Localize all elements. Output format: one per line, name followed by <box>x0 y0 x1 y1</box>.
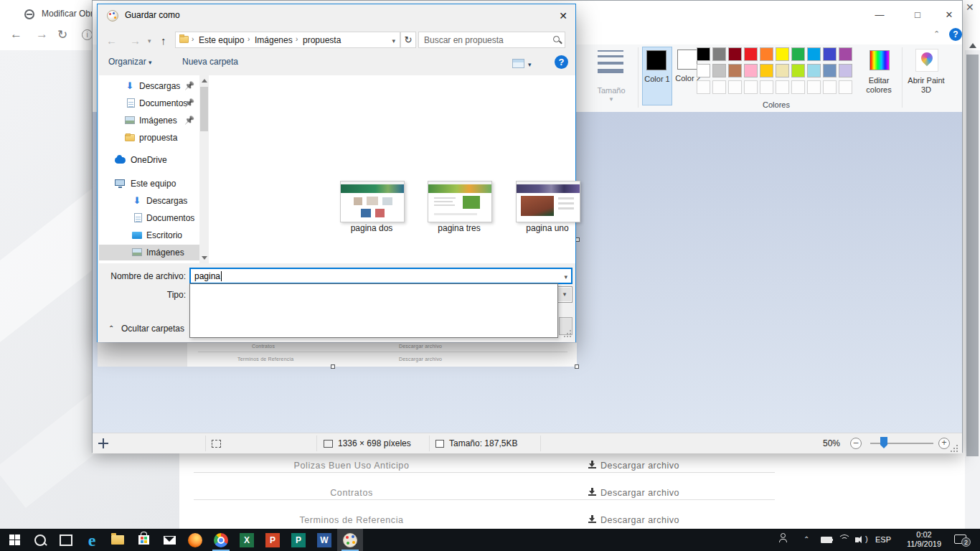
taskbar-mail[interactable] <box>156 529 182 551</box>
palette-color[interactable] <box>697 64 710 77</box>
palette-color[interactable] <box>712 47 726 61</box>
palette-color[interactable] <box>823 47 837 61</box>
dialog-close-button[interactable]: ✕ <box>554 9 573 23</box>
palette-color[interactable] <box>760 64 773 77</box>
palette-empty-slot[interactable] <box>839 80 852 94</box>
sidebar-item-escritorio[interactable]: Escritorio <box>99 227 199 243</box>
taskbar-powerpoint[interactable]: P <box>260 529 286 551</box>
scrollbar-down-icon[interactable] <box>202 256 207 260</box>
taskbar-file-explorer[interactable] <box>105 529 131 551</box>
start-button[interactable] <box>1 529 27 551</box>
maximize-button[interactable]: □ <box>907 6 928 24</box>
new-folder-button[interactable]: Nueva carpeta <box>182 57 238 67</box>
refresh-button[interactable]: ↻ <box>400 32 416 48</box>
palette-empty-slot[interactable] <box>744 80 758 94</box>
views-icon[interactable] <box>512 59 524 68</box>
filename-input[interactable]: pagina ▾ <box>189 268 573 284</box>
window-resize-grip[interactable] <box>951 445 959 452</box>
browser-forward-button[interactable]: → <box>36 27 48 42</box>
nav-scrollbar[interactable] <box>199 75 209 263</box>
sidebar-item-imagenes[interactable]: Imágenes 📌 <box>99 113 199 128</box>
sidebar-item-propuesta[interactable]: propuesta <box>99 130 199 146</box>
download-link[interactable]: Descargar archivo <box>588 515 679 525</box>
taskbar-firefox[interactable] <box>182 529 208 551</box>
breadcrumb-item[interactable]: Imágenes <box>255 35 293 45</box>
dialog-title-bar[interactable]: Guardar como ✕ <box>98 4 575 27</box>
palette-color[interactable] <box>839 64 852 77</box>
palette-empty-slot[interactable] <box>712 80 726 94</box>
taskbar-search-button[interactable] <box>27 529 53 551</box>
organize-menu[interactable]: Organizar ▾ <box>108 57 152 67</box>
forward-icon[interactable]: → <box>130 34 141 47</box>
palette-color[interactable] <box>728 47 742 61</box>
chevron-down-icon[interactable]: ▾ <box>557 288 571 301</box>
taskbar-paint[interactable] <box>337 529 363 551</box>
taskbar-store[interactable] <box>131 529 156 551</box>
address-bar[interactable]: › Este equipo › Imágenes › propuesta ▾ <box>175 32 400 48</box>
page-info-icon[interactable]: i <box>82 29 93 40</box>
up-icon[interactable]: ↑ <box>161 34 166 47</box>
chevron-down-icon[interactable]: ▾ <box>528 61 532 68</box>
browser-tab[interactable]: Modificar Obra/ <box>6 3 97 22</box>
size-button[interactable]: Tamaño ▼ <box>586 44 636 112</box>
palette-color[interactable] <box>744 47 758 61</box>
scrollbar-up-icon[interactable] <box>202 79 207 83</box>
sidebar-item-este-equipo[interactable]: Este equipo <box>99 176 199 192</box>
browser-reload-button[interactable]: ↻ <box>57 27 67 42</box>
zoom-slider-thumb[interactable] <box>880 437 887 445</box>
edit-colors-button[interactable]: Editar colores <box>859 47 899 109</box>
download-link[interactable]: Descargar archivo <box>588 461 679 471</box>
close-button[interactable]: ✕ <box>938 6 960 24</box>
palette-color[interactable] <box>760 47 773 61</box>
tray-expand-icon[interactable]: ⌃ <box>804 535 809 543</box>
palette-color[interactable] <box>776 47 789 61</box>
taskbar-edge[interactable]: e <box>79 529 105 551</box>
palette-color[interactable] <box>728 64 742 77</box>
palette-empty-slot[interactable] <box>776 80 789 94</box>
palette-color[interactable] <box>744 64 758 77</box>
canvas-resize-handle[interactable] <box>331 364 335 369</box>
canvas-resize-handle[interactable] <box>575 364 579 369</box>
file-thumbnail-pagina-tres[interactable] <box>428 181 492 222</box>
taskbar-word[interactable]: W <box>311 529 337 551</box>
back-icon[interactable]: ← <box>106 34 117 47</box>
palette-empty-slot[interactable] <box>728 80 742 94</box>
paint-canvas[interactable]: Contratos Descargar archivo Terminos de … <box>98 343 577 367</box>
scrollbar-up-icon[interactable] <box>969 43 976 48</box>
color1-button[interactable]: Color 1 <box>642 47 672 105</box>
sidebar-item-documentos-2[interactable]: Documentos <box>99 210 199 226</box>
palette-color[interactable] <box>807 47 821 61</box>
paint-help-button[interactable]: ? <box>949 28 962 41</box>
taskbar-chrome[interactable] <box>208 529 234 551</box>
sidebar-item-descargas-2[interactable]: ⬇ Descargas <box>99 193 199 209</box>
chevron-down-icon[interactable]: ▾ <box>392 37 395 44</box>
recent-locations-icon[interactable]: ▾ <box>148 37 151 44</box>
sidebar-item-documentos[interactable]: Documentos 📌 <box>99 95 199 111</box>
dialog-resize-grip[interactable] <box>564 330 573 339</box>
palette-empty-slot[interactable] <box>823 80 837 94</box>
palette-color[interactable] <box>823 64 837 77</box>
zoom-out-button[interactable]: – <box>850 438 862 449</box>
search-input[interactable]: Buscar en propuesta <box>418 32 565 48</box>
language-indicator[interactable]: ESP <box>875 535 891 544</box>
palette-color[interactable] <box>712 64 726 77</box>
breadcrumb-item[interactable]: propuesta <box>303 35 341 45</box>
palette-empty-slot[interactable] <box>791 80 805 94</box>
browser-close-button[interactable]: ✕ <box>966 1 980 16</box>
collapse-ribbon-icon[interactable]: ⌃ <box>933 29 940 39</box>
nav-scrollbar-thumb[interactable] <box>200 87 208 131</box>
browser-scrollbar-thumb[interactable] <box>966 55 979 456</box>
taskbar-publisher[interactable]: P <box>286 529 311 551</box>
sidebar-item-onedrive[interactable]: OneDrive <box>99 152 199 168</box>
palette-color[interactable] <box>697 47 710 61</box>
browser-back-button[interactable]: ← <box>10 27 22 42</box>
taskbar-excel[interactable]: X <box>234 529 260 551</box>
palette-color[interactable] <box>776 64 789 77</box>
breadcrumb-item[interactable]: Este equipo <box>199 35 244 45</box>
sidebar-item-descargas[interactable]: ⬇ Descargas 📌 <box>99 78 199 94</box>
chevron-down-icon[interactable]: ▾ <box>564 273 567 281</box>
file-thumbnail-pagina-dos[interactable] <box>340 181 405 222</box>
palette-empty-slot[interactable] <box>760 80 773 94</box>
taskbar-clock[interactable]: 0:02 11/9/2019 <box>898 530 950 549</box>
palette-color[interactable] <box>839 47 852 61</box>
